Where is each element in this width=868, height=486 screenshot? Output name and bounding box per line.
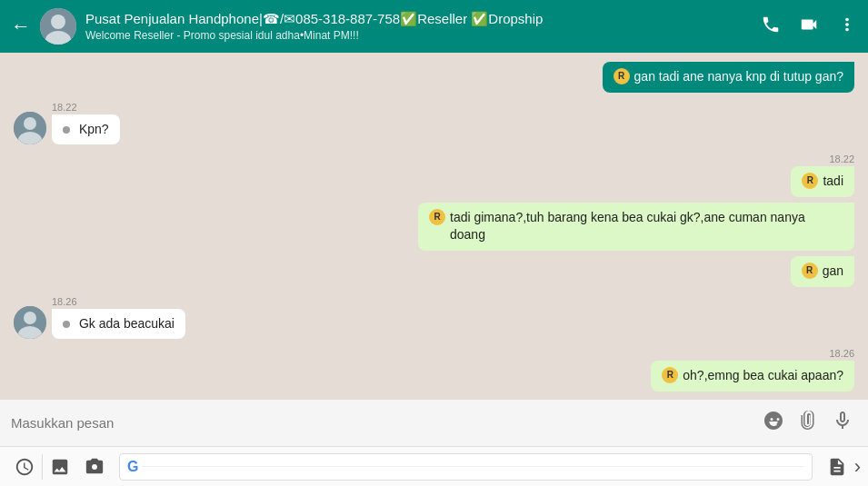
- video-call-button[interactable]: [799, 15, 819, 39]
- emoji-button[interactable]: [759, 408, 788, 439]
- message-text: gan tadi ane nanya knp di tutup gan?: [634, 68, 843, 86]
- message-row: 18.26 Gk ada beacukai: [14, 296, 854, 340]
- contact-name: Pusat Penjualan Handphone|☎/✉085-318-887…: [85, 11, 761, 27]
- message-text: Gk ada beacukai: [79, 316, 175, 331]
- message-row: 18.22 Kpn?: [14, 102, 854, 145]
- svg-point-1: [51, 15, 65, 29]
- document-button[interactable]: [820, 457, 854, 477]
- input-action-icons: [759, 408, 857, 439]
- back-button[interactable]: ←: [11, 15, 31, 38]
- sender-avatar: [14, 306, 46, 339]
- typing-dot: [63, 126, 70, 134]
- contact-info: Pusat Penjualan Handphone|☎/✉085-318-887…: [85, 11, 761, 42]
- bubble-wrap: R gan: [791, 256, 854, 287]
- call-button[interactable]: [761, 15, 781, 39]
- camera-button[interactable]: [77, 457, 112, 477]
- message-text: tadi gimana?,tuh barang kena bea cukai g…: [450, 209, 843, 244]
- message-row: R tadi gimana?,tuh barang kena bea cukai…: [14, 203, 854, 251]
- expand-toolbar-button[interactable]: ›: [854, 455, 861, 479]
- more-options-button[interactable]: [837, 15, 857, 39]
- sender-badge: R: [614, 68, 630, 84]
- sender-avatar: [14, 112, 46, 144]
- header-actions: [761, 15, 857, 39]
- chat-bubble: Kpn?: [52, 114, 120, 145]
- message-time: 18.26: [52, 296, 77, 307]
- message-row: R gan: [14, 256, 854, 287]
- message-row: 18.22 R tadi: [14, 154, 854, 197]
- message-text: oh?,emng bea cukai apaan?: [683, 367, 843, 385]
- message-time: 18.26: [829, 348, 854, 359]
- attach-button[interactable]: [793, 408, 823, 439]
- chat-bubble: R gan: [791, 256, 854, 287]
- chat-bubble: R tadi gimana?,tuh barang kena bea cukai…: [418, 203, 854, 251]
- google-g-icon: G: [127, 459, 138, 475]
- message-text: gan: [823, 263, 843, 281]
- mic-button[interactable]: [828, 408, 857, 439]
- chat-bubble: R oh?,emng bea cukai apaan?: [651, 361, 854, 392]
- message-text: tadi: [823, 173, 843, 191]
- chat-header: ← Pusat Penjualan Handphone|☎/✉085-318-8…: [0, 0, 868, 53]
- message-row: 18.26 R oh?,emng bea cukai apaan?: [14, 348, 854, 392]
- google-search-bar[interactable]: G: [119, 453, 813, 481]
- bubble-wrap: 18.22 R tadi: [791, 154, 854, 197]
- contact-avatar: [40, 8, 76, 45]
- sender-badge: R: [662, 367, 678, 383]
- message-input[interactable]: [11, 415, 759, 431]
- chat-bubble: R tadi: [791, 166, 854, 197]
- bubble-wrap: R gan tadi ane nanya knp di tutup gan?: [603, 62, 854, 93]
- message-text: Kpn?: [79, 122, 109, 136]
- sender-badge: R: [802, 173, 818, 189]
- message-row: R gan tadi ane nanya knp di tutup gan?: [14, 62, 854, 93]
- sender-badge: R: [429, 209, 445, 225]
- contact-status: Welcome Reseller - Promo spesial idul ad…: [85, 29, 761, 42]
- bottom-toolbar: G ›: [0, 446, 868, 486]
- message-time: 18.22: [52, 102, 77, 113]
- bubble-wrap: 18.26 Gk ada beacukai: [52, 296, 185, 340]
- typing-dot: [63, 321, 70, 328]
- svg-point-4: [24, 117, 36, 130]
- message-time: 18.22: [829, 154, 854, 164]
- bubble-wrap: 18.26 R oh?,emng bea cukai apaan?: [651, 348, 854, 392]
- svg-point-7: [24, 312, 36, 324]
- message-input-bar: [0, 399, 868, 446]
- sender-badge: R: [802, 263, 818, 279]
- bubble-wrap: 18.22 Kpn?: [52, 102, 120, 145]
- chat-bubble: Gk ada beacukai: [52, 309, 185, 340]
- chat-messages: R gan tadi ane nanya knp di tutup gan? 1…: [0, 53, 868, 399]
- chat-bubble: R gan tadi ane nanya knp di tutup gan?: [603, 62, 854, 93]
- bubble-wrap: R tadi gimana?,tuh barang kena bea cukai…: [418, 203, 854, 251]
- image-button[interactable]: [43, 457, 77, 477]
- clock-button[interactable]: [7, 457, 42, 477]
